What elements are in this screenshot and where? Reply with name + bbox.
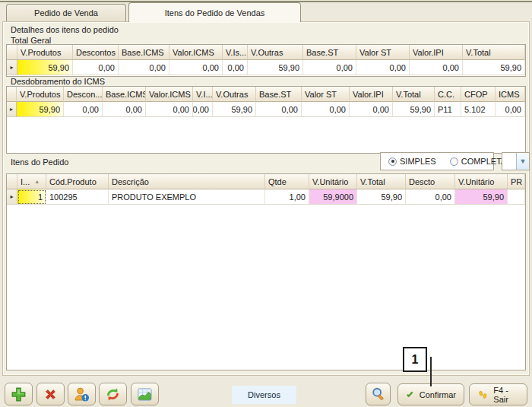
diversos-button[interactable]: Diversos [232, 386, 296, 404]
cell-valor-icms[interactable]: 0,00 [169, 60, 223, 75]
radio-simples[interactable]: SIMPLES [388, 157, 436, 166]
desdobramento-grid: V.ProdutosDescon...Base.ICMSValor.ICMSV.… [6, 86, 526, 154]
column-header-v-outras[interactable]: V.Outras [248, 45, 303, 60]
column-header-label: V.Total [360, 177, 385, 186]
delete-button[interactable] [36, 383, 65, 405]
column-header-c-c-[interactable]: C.C. [435, 87, 461, 102]
column-header-v-total[interactable]: V.Total [393, 87, 435, 102]
column-header-base-icms[interactable]: Base.ICMS [103, 87, 146, 102]
cell-v-unit-rio[interactable]: 59,90 [455, 189, 508, 205]
cell-descto[interactable]: 0,00 [406, 189, 455, 205]
cell-descri-o[interactable]: PRODUTO EXEMPLO [109, 189, 265, 205]
confirm-button[interactable]: Confirmar [397, 383, 464, 405]
column-header-label: Valor.IPI [413, 48, 444, 57]
total-geral-grid: V.ProdutosDescontosBase.ICMSValor.ICMSV.… [6, 44, 526, 77]
cell-v-total[interactable]: 59,90 [357, 189, 406, 205]
cell-valor-icms[interactable]: 0,00 [146, 102, 193, 117]
cell-descon-[interactable]: 0,00 [64, 102, 103, 117]
column-header-valor-icms[interactable]: Valor.ICMS [146, 87, 193, 102]
column-header-i-[interactable]: I...▲ [17, 174, 46, 189]
cell-qtde[interactable]: 1,00 [265, 189, 309, 205]
grid-options-combobox[interactable]: ▼ [502, 152, 530, 170]
refresh-button[interactable] [99, 383, 127, 405]
cell-base-st[interactable]: 0,00 [256, 102, 302, 117]
cell-v-outras[interactable]: 59,90 [248, 60, 303, 75]
column-header-label: Base.ICMS [122, 48, 164, 57]
column-header-label: Valor.ICMS [149, 90, 191, 99]
cell-c-d-produto[interactable]: 100295 [46, 189, 109, 205]
table-row: ▸59,900,000,000,000,0059,900,000,000,005… [7, 60, 525, 75]
cell-v-produtos[interactable]: 59,90 [17, 102, 64, 117]
column-header-v-produtos[interactable]: V.Produtos [17, 87, 64, 102]
column-header-c-d-produto[interactable]: Cód.Produto [46, 174, 109, 189]
column-header-label: V.Total [466, 48, 491, 57]
cell-v-produtos[interactable]: 59,90 [17, 60, 73, 75]
column-header-v-unit-rio[interactable]: V.Unitário [309, 174, 357, 189]
column-header-v-total[interactable]: V.Total [463, 45, 525, 60]
cell-v-total[interactable]: 59,90 [463, 60, 525, 75]
column-header-v-unit-rio[interactable]: V.Unitário [455, 174, 508, 189]
cell-c-c-[interactable]: P11 [435, 102, 461, 117]
chart-button[interactable] [131, 383, 159, 405]
column-header-valor-icms[interactable]: Valor.ICMS [169, 45, 223, 60]
cell-valor-st[interactable]: 0,00 [356, 60, 410, 75]
cell-base-icms[interactable]: 0,00 [103, 102, 146, 117]
row-selector-cell[interactable]: ▸ [7, 102, 17, 117]
column-header-base-st[interactable]: Base.ST [303, 45, 356, 60]
cell-icms[interactable]: 0,00 [496, 102, 525, 117]
column-header-descon-[interactable]: Descon... [64, 87, 103, 102]
cell-v-i-[interactable]: 0,00 [193, 102, 213, 117]
row-selector-cell[interactable]: ▸ [7, 189, 17, 205]
search-button[interactable] [366, 383, 391, 405]
column-header-base-icms[interactable]: Base.ICMS [119, 45, 169, 60]
cell-i-[interactable]: 1 [17, 189, 46, 205]
row-selector-icon: ▸ [10, 106, 13, 113]
chevron-down-icon[interactable]: ▼ [516, 153, 529, 170]
column-header-descontos[interactable]: Descontos [73, 45, 119, 60]
column-header-valor-st[interactable]: Valor ST [302, 87, 350, 102]
tab-itens-do-pedido[interactable]: Itens do Pedido de Vendas [128, 2, 301, 22]
column-header-v-produtos[interactable]: V.Produtos [17, 45, 73, 60]
cell-valor-ipi[interactable]: 0,00 [350, 102, 393, 117]
row-selector-cell[interactable]: ▸ [7, 60, 17, 75]
cell-base-icms[interactable]: 0,00 [119, 60, 169, 75]
column-header-valor-st[interactable]: Valor ST [356, 45, 410, 60]
column-header-qtde[interactable]: Qtde [265, 174, 309, 189]
cell-valor-st[interactable]: 0,00 [302, 102, 350, 117]
tab-label: Itens do Pedido de Vendas [165, 8, 265, 17]
column-header-label: V.I... [196, 90, 213, 99]
column-header-v-is-[interactable]: V.Is... [223, 45, 248, 60]
column-header-v-total[interactable]: V.Total [357, 174, 406, 189]
add-button[interactable] [5, 383, 33, 405]
cell-v-outras[interactable]: 59,90 [213, 102, 256, 117]
column-header-v-outras[interactable]: V.Outras [213, 87, 256, 102]
cell-v-total[interactable]: 59,90 [393, 102, 435, 117]
cell-base-st[interactable]: 0,00 [303, 60, 356, 75]
cell-valor-ipi[interactable]: 0,00 [410, 60, 463, 75]
user-info-button[interactable] [68, 383, 96, 405]
column-header-descto[interactable]: Descto [406, 174, 455, 189]
column-header-valor-ipi[interactable]: Valor.IPI [350, 87, 393, 102]
cell-v-is-[interactable]: 0,00 [223, 60, 248, 75]
column-header-valor-ipi[interactable]: Valor.IPI [410, 45, 463, 60]
column-header-icms[interactable]: ICMS [496, 87, 525, 102]
search-icon [370, 386, 387, 402]
itens-panel: Detalhes dos itens do pedido Total Geral… [2, 21, 530, 376]
cell-v-unit-rio[interactable]: 59,9000 [309, 189, 357, 205]
column-header-label: V.Total [396, 90, 421, 99]
column-header-base-st[interactable]: Base.ST [256, 87, 302, 102]
column-header-label: V.Unitário [458, 177, 494, 186]
column-header-label: V.Is... [226, 48, 246, 57]
exit-button[interactable]: F4 - Sair [469, 383, 527, 405]
cell-descontos[interactable]: 0,00 [73, 60, 119, 75]
column-header-descri-o[interactable]: Descrição [109, 174, 265, 189]
column-header-label: Valor ST [305, 90, 337, 99]
column-header-label: Valor.ICMS [173, 48, 214, 57]
radio-completa[interactable]: COMPLETA [450, 157, 507, 166]
column-header-v-i-[interactable]: V.I... [193, 87, 213, 102]
column-header-cfop[interactable]: CFOP [461, 87, 496, 102]
column-header-pr[interactable]: PR [508, 174, 525, 189]
cell-cfop[interactable]: 5.102 [461, 102, 496, 117]
cell-pr[interactable] [508, 189, 525, 205]
tab-pedido-de-venda[interactable]: Pedido de Venda [6, 4, 126, 21]
